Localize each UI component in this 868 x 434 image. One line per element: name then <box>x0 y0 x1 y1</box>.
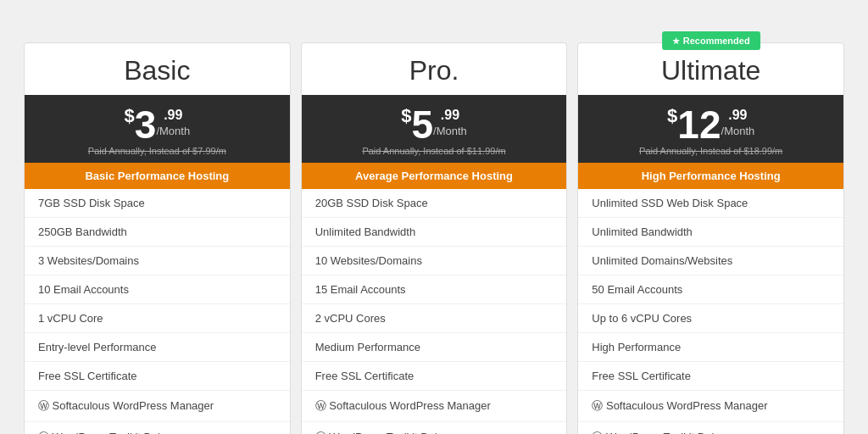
feature-item: Ⓦ WordPress Toolkit Deluxe <box>578 422 843 434</box>
price-dollar: $ <box>125 107 135 125</box>
feature-item: High Performance <box>578 333 843 362</box>
recommended-badge: ★ Recommended <box>662 31 760 50</box>
feature-item: Free SSL Certificate <box>25 362 290 391</box>
price-main: $ 3 .99 /Month <box>33 105 281 144</box>
feature-item: Free SSL Certificate <box>578 362 843 391</box>
features-list: 7GB SSD Disk Space250GB Bandwidth3 Websi… <box>25 189 290 434</box>
price-cents: .99 <box>721 108 755 122</box>
price-period: /Month <box>721 125 755 136</box>
pricing-table: Basic $ 3 .99 /Month Paid Annually, Inst… <box>19 17 849 434</box>
price-note: Paid Annually, Instead of $7.99/m <box>33 146 281 156</box>
price-box: $ 3 .99 /Month Paid Annually, Instead of… <box>25 95 290 163</box>
feature-item: Ⓦ Softaculous WordPress Manager <box>302 391 567 422</box>
price-dollar: $ <box>667 107 677 125</box>
feature-item: Unlimited SSD Web Disk Space <box>578 189 843 218</box>
feature-item: 7GB SSD Disk Space <box>25 189 290 218</box>
price-main: $ 5 .99 /Month <box>310 105 559 144</box>
star-icon: ★ <box>672 36 680 46</box>
plan-title: Ultimate <box>578 43 843 95</box>
plan-label: High Performance Hosting <box>578 163 843 189</box>
plan-card-ultimate: ★ Recommended Ultimate $ 12 .99 /Month P… <box>577 42 844 434</box>
price-cents: .99 <box>433 108 467 122</box>
plan-label: Basic Performance Hosting <box>25 163 290 189</box>
price-box: $ 12 .99 /Month Paid Annually, Instead o… <box>578 95 843 163</box>
feature-item: Ⓦ Softaculous WordPress Manager <box>578 391 843 422</box>
plan-card-basic: Basic $ 3 .99 /Month Paid Annually, Inst… <box>24 42 291 434</box>
price-period: /Month <box>433 125 467 136</box>
price-dollar: $ <box>401 107 411 125</box>
price-box: $ 5 .99 /Month Paid Annually, Instead of… <box>302 95 567 163</box>
price-amount: 3 <box>135 105 157 144</box>
feature-item: Ⓦ WordPress Toolkit Deluxe <box>25 422 290 434</box>
plan-title: Pro. <box>302 43 567 95</box>
features-list: Unlimited SSD Web Disk SpaceUnlimited Ba… <box>578 189 843 434</box>
feature-item: Unlimited Domains/Websites <box>578 247 843 275</box>
feature-item: 10 Email Accounts <box>25 275 290 304</box>
feature-item: Ⓦ Softaculous WordPress Manager <box>25 391 290 422</box>
price-note: Paid Annually, Instead of $18.99/m <box>587 146 835 156</box>
plan-label: Average Performance Hosting <box>302 163 567 189</box>
feature-item: Up to 6 vCPU Cores <box>578 304 843 333</box>
feature-item: 3 Websites/Domains <box>25 247 290 275</box>
price-period: /Month <box>156 125 190 136</box>
feature-item: Unlimited Bandwidth <box>302 218 567 247</box>
price-main: $ 12 .99 /Month <box>587 105 835 144</box>
price-note: Paid Annually, Instead of $11.99/m <box>310 146 559 156</box>
feature-item: 20GB SSD Disk Space <box>302 189 567 218</box>
feature-item: Ⓦ WordPress Toolkit Deluxe <box>302 422 567 434</box>
feature-item: Medium Performance <box>302 333 567 362</box>
price-amount: 12 <box>677 105 721 144</box>
feature-item: 10 Websites/Domains <box>302 247 567 275</box>
plan-title: Basic <box>25 43 290 95</box>
feature-item: Free SSL Certificate <box>302 362 567 391</box>
feature-item: 2 vCPU Cores <box>302 304 567 333</box>
feature-item: 50 Email Accounts <box>578 275 843 304</box>
feature-item: 250GB Bandwidth <box>25 218 290 247</box>
recommended-text: Recommended <box>683 36 750 46</box>
feature-item: Entry-level Performance <box>25 333 290 362</box>
features-list: 20GB SSD Disk SpaceUnlimited Bandwidth10… <box>302 189 567 434</box>
plan-card-pro: Pro. $ 5 .99 /Month Paid Annually, Inste… <box>301 42 568 434</box>
price-cents: .99 <box>156 108 190 122</box>
feature-item: Unlimited Bandwidth <box>578 218 843 247</box>
price-amount: 5 <box>411 105 433 144</box>
feature-item: 15 Email Accounts <box>302 275 567 304</box>
feature-item: 1 vCPU Core <box>25 304 290 333</box>
